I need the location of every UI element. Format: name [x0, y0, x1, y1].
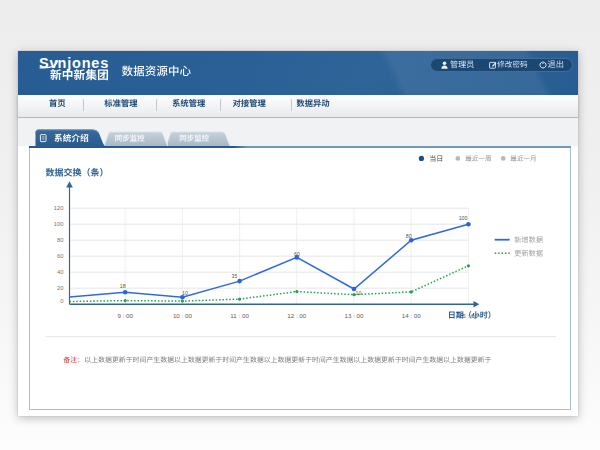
- svg-text:35: 35: [231, 273, 237, 279]
- svg-text:12 : 00: 12 : 00: [287, 312, 306, 319]
- svg-text:14 : 00: 14 : 00: [401, 312, 420, 319]
- svg-text:10 : 00: 10 : 00: [172, 312, 191, 319]
- svg-text:40: 40: [57, 269, 63, 275]
- svg-text:9 : 00: 9 : 00: [117, 312, 133, 319]
- svg-text:20: 20: [57, 285, 63, 291]
- svg-text:120: 120: [53, 205, 63, 211]
- svg-text:0: 0: [60, 298, 63, 304]
- svg-text:10: 10: [355, 290, 361, 296]
- svg-text:13 : 00: 13 : 00: [344, 312, 363, 319]
- svg-text:60: 60: [57, 253, 63, 259]
- svg-text:11 : 00: 11 : 00: [230, 312, 249, 319]
- svg-text:80: 80: [57, 237, 63, 243]
- svg-text:10: 10: [182, 290, 188, 296]
- svg-text:60: 60: [294, 251, 300, 257]
- svg-text:100: 100: [458, 215, 467, 221]
- svg-text:15 : 00: 15 : 00: [458, 312, 477, 319]
- svg-text:100: 100: [53, 221, 63, 227]
- svg-text:80: 80: [405, 233, 411, 239]
- svg-text:18: 18: [119, 283, 125, 289]
